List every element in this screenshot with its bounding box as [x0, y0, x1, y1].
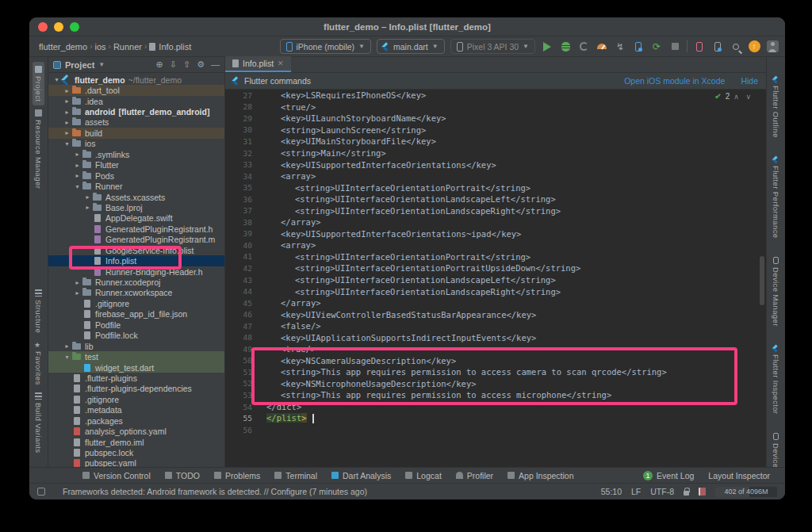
chevron-icon[interactable]: [63, 129, 71, 136]
tool-window-tab[interactable]: App Inspection: [500, 468, 580, 483]
chevron-icon[interactable]: [73, 279, 82, 286]
run-button[interactable]: [541, 40, 553, 53]
tree-item[interactable]: Podfile.lock: [48, 331, 224, 341]
tree-item[interactable]: .gitignore: [48, 298, 224, 308]
chevron-icon[interactable]: [63, 87, 71, 94]
tree-item[interactable]: .packages: [48, 415, 224, 426]
chevron-icon[interactable]: [73, 162, 82, 169]
tree-item[interactable]: Assets.xcassets: [48, 192, 224, 202]
code-line[interactable]: 30 <string>LaunchScreen</string>: [225, 124, 766, 136]
code-line[interactable]: 33 <key>UISupportedInterfaceOrientations…: [225, 159, 766, 170]
code-line[interactable]: 38 </array>: [225, 216, 766, 228]
tool-window-tab[interactable]: Profiler: [449, 468, 500, 483]
project-view-selector[interactable]: Project ▼: [53, 60, 105, 70]
apply-changes-button[interactable]: ↯: [614, 40, 626, 53]
code-line[interactable]: 46 <key>UIViewControllerBasedStatusBarAp…: [225, 308, 766, 320]
code-line[interactable]: 36 <string>UIInterfaceOrientationLandsca…: [225, 193, 766, 205]
tree-item[interactable]: Podfile: [48, 320, 224, 330]
code-line[interactable]: 37 <string>UIInterfaceOrientationLandsca…: [225, 205, 766, 216]
code-line[interactable]: 47 <false/>: [225, 320, 766, 332]
tree-item[interactable]: assets: [48, 117, 224, 128]
tool-window-button[interactable]: Favorites: [33, 337, 44, 389]
chevron-icon[interactable]: [73, 289, 82, 297]
status-message[interactable]: Frameworks detected: Android framework i…: [63, 487, 367, 496]
encoding-indicator[interactable]: UTF-8: [650, 487, 674, 496]
code-line[interactable]: 41 <string>UIInterfaceOrientationPortrai…: [225, 251, 766, 263]
code-line[interactable]: 51 <string>This app requires permission …: [225, 366, 766, 378]
tree-item[interactable]: flutter_demo ~/flutter_demo: [48, 75, 224, 85]
code-line[interactable]: 35 <string>UIInterfaceOrientationPortrai…: [225, 182, 766, 193]
panel-settings-button[interactable]: ⚙: [197, 60, 205, 69]
code-editor[interactable]: 27 <key>LSRequiresIPhoneOS</key> 28 <tru…: [225, 90, 766, 467]
caret-position[interactable]: 55:10: [601, 487, 622, 496]
tool-window-button[interactable]: Structure: [33, 285, 44, 337]
hide-banner-link[interactable]: Hide: [741, 76, 758, 86]
code-line[interactable]: 27 <key>LSRequiresIPhoneOS</key>: [225, 90, 766, 101]
expand-all-button[interactable]: ⇩: [170, 60, 177, 69]
tree-item[interactable]: GeneratedPluginRegistrant.m: [48, 235, 224, 245]
target-device-dropdown[interactable]: Pixel 3 API 30 ▼: [450, 39, 535, 54]
chevron-icon[interactable]: [63, 119, 71, 126]
tab-info-plist[interactable]: Info.plist ✕: [225, 56, 291, 72]
tree-item[interactable]: widget_test.dart: [48, 362, 224, 373]
chevron-icon[interactable]: [83, 204, 92, 211]
tool-window-tab[interactable]: 1 Event Log: [636, 471, 701, 480]
tool-window-button[interactable]: Flutter Performance: [770, 153, 782, 243]
locate-file-button[interactable]: ⊕: [155, 60, 163, 69]
tree-item[interactable]: GoogleService-Info.plist: [48, 245, 224, 255]
tree-item[interactable]: .idea: [48, 96, 224, 106]
code-line[interactable]: 31 <key>UIMainStoryboardFile</key>: [225, 136, 766, 147]
code-line[interactable]: 54 </dict>: [225, 401, 766, 413]
tree-item[interactable]: build: [48, 128, 224, 138]
tree-item[interactable]: Flutter: [48, 160, 224, 170]
editor-scrollbar[interactable]: [760, 256, 764, 305]
code-line[interactable]: 42 <string>UIInterfaceOrientationPortrai…: [225, 262, 766, 274]
code-line[interactable]: 53 <string>This app requires permission …: [225, 389, 766, 401]
collapse-all-button[interactable]: ⇧: [183, 60, 190, 69]
tree-item[interactable]: .flutter-plugins: [48, 373, 224, 383]
tool-window-tab[interactable]: Problems: [207, 468, 267, 483]
tree-item[interactable]: pubspec.yaml: [48, 458, 224, 467]
code-line[interactable]: 28 <true/>: [225, 101, 766, 113]
profiler-button[interactable]: [596, 40, 608, 53]
device-dropdown[interactable]: iPhone (mobile) ▼: [280, 39, 371, 54]
tree-item[interactable]: Runner: [48, 181, 224, 191]
tree-item[interactable]: android [flutter_demo_android]: [48, 106, 224, 117]
tree-item[interactable]: .metadata: [48, 405, 224, 415]
memory-indicator[interactable]: 402 of 4096M: [715, 487, 777, 497]
profile-button[interactable]: [577, 40, 590, 53]
tree-item[interactable]: flutter_demo.iml: [48, 437, 224, 447]
code-line[interactable]: 44 <string>UIInterfaceOrientationLandsca…: [225, 285, 766, 297]
inspection-nav-icons[interactable]: ∧ ∨: [733, 93, 753, 101]
tree-item[interactable]: Pods: [48, 170, 224, 181]
breadcrumb-item[interactable]: ios: [95, 42, 106, 52]
tool-window-button[interactable]: Device Manager: [770, 253, 782, 331]
search-everywhere-button[interactable]: [730, 40, 742, 53]
code-line[interactable]: 49 <true/>: [225, 343, 766, 355]
tool-window-button[interactable]: Project: [33, 62, 44, 105]
attach-debugger-button[interactable]: [632, 40, 645, 53]
chevron-icon[interactable]: [63, 140, 71, 147]
tree-item[interactable]: Info.plist: [48, 255, 224, 266]
chevron-icon[interactable]: [73, 151, 82, 158]
debug-button[interactable]: [559, 40, 572, 53]
tree-item[interactable]: .gitignore: [48, 394, 224, 404]
breadcrumb-item[interactable]: flutter_demo: [39, 42, 87, 52]
code-line[interactable]: 39 <key>UISupportedInterfaceOrientations…: [225, 228, 766, 240]
tool-window-tab[interactable]: Terminal: [267, 468, 324, 483]
close-tab-icon[interactable]: ✕: [278, 59, 284, 67]
code-line[interactable]: 48 <key>UIApplicationSupportsIndirectInp…: [225, 331, 766, 343]
tool-window-tab[interactable]: Dart Analysis: [324, 468, 398, 483]
code-line[interactable]: 52 <key>NSMicrophoneUsageDescription</ke…: [225, 378, 766, 390]
inspection-widget[interactable]: ✔ 2 ∧ ∨: [714, 92, 753, 101]
zoom-window-button[interactable]: [70, 22, 79, 32]
chevron-icon[interactable]: [63, 109, 71, 116]
tree-item[interactable]: Runner.xcworkspace: [48, 288, 224, 298]
hide-panel-button[interactable]: —: [211, 60, 220, 69]
readonly-doc-icon[interactable]: [699, 488, 706, 496]
chevron-icon[interactable]: [73, 183, 82, 190]
tool-window-tab[interactable]: Logcat: [398, 468, 449, 483]
run-config-dropdown[interactable]: main.dart ▼: [377, 39, 445, 54]
tree-item[interactable]: AppDelegate.swift: [48, 213, 224, 224]
tree-item[interactable]: lib: [48, 341, 224, 351]
